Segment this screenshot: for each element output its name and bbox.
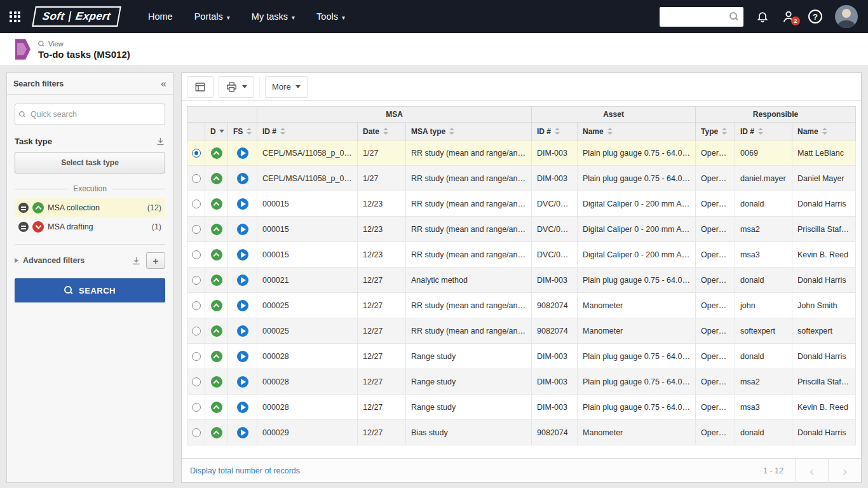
column-header-asset-name[interactable]: Name (578, 123, 696, 140)
select-task-type-button[interactable]: Select task type (15, 152, 165, 173)
execute-task-play-icon[interactable] (237, 402, 248, 413)
cell-msa-type: Range study (406, 395, 532, 420)
collapse-sidebar-button[interactable] (161, 79, 166, 89)
advanced-filters-toggle[interactable]: Advanced filters (15, 252, 165, 269)
view-records-button[interactable] (187, 76, 214, 98)
nav-portals[interactable]: Portals (184, 0, 241, 33)
column-header-fs[interactable]: FS (228, 123, 257, 140)
cell-asset-name: Plain plug gauge 0.75 - 64.0 mm (578, 395, 696, 420)
row-select-radio[interactable] (192, 200, 201, 208)
table-row[interactable]: 000028 12/27 Range study DIM-003 Plain p… (187, 369, 856, 395)
execute-task-play-icon[interactable] (237, 147, 248, 159)
table-row[interactable]: 000015 12/23 RR study (mean and range/an… (187, 217, 856, 242)
table-row[interactable]: 000021 12/27 Analytic method DIM-003 Pla… (187, 268, 856, 293)
cell-msa-type: RR study (mean and range/anova) (406, 166, 532, 191)
row-select-radio[interactable] (192, 352, 201, 361)
cell-date: 12/23 (358, 191, 406, 217)
add-filter-button[interactable] (146, 252, 165, 269)
cell-msa-id: 000015 (257, 217, 358, 242)
cell-msa-id: 000028 (257, 344, 358, 369)
column-header-resp-id[interactable]: ID # (735, 123, 792, 140)
pin-icon (132, 256, 141, 266)
row-select-radio[interactable] (192, 428, 201, 437)
cell-resp-name: Kevin B. Reed (792, 395, 856, 420)
softexpert-logo[interactable]: Soft Expert (32, 6, 121, 27)
row-select-radio[interactable] (192, 301, 201, 310)
table-row[interactable]: 000028 12/27 Range study DIM-003 Plain p… (187, 395, 856, 420)
column-header-resp-type[interactable]: Type (696, 123, 735, 140)
more-button[interactable]: More (265, 76, 308, 98)
previous-page-button[interactable] (795, 459, 828, 483)
cell-resp-id: donald (735, 191, 792, 217)
execution-status-icon (18, 222, 29, 232)
global-search-input[interactable] (665, 12, 729, 22)
execute-task-play-icon[interactable] (237, 274, 248, 286)
column-header-msa-id[interactable]: ID # (257, 123, 358, 140)
column-header-d[interactable]: D (205, 123, 228, 140)
apps-grid-button[interactable] (0, 0, 30, 33)
row-select-radio[interactable] (192, 403, 201, 412)
execute-task-play-icon[interactable] (237, 300, 248, 311)
execute-task-play-icon[interactable] (237, 376, 248, 388)
execute-task-play-icon[interactable] (237, 351, 248, 362)
table-row[interactable]: 000029 12/27 Bias study 9082074 Manomete… (187, 420, 856, 445)
row-select-radio[interactable] (192, 327, 201, 336)
execute-task-play-icon[interactable] (237, 224, 248, 235)
notifications-button[interactable] (756, 10, 769, 23)
quick-search-input[interactable] (31, 110, 161, 119)
cell-asset-name: Plain plug gauge 0.75 - 64.0 mm (578, 344, 696, 369)
row-select-radio[interactable] (192, 174, 201, 183)
filter-msa-drafting[interactable]: MSA drafting (1) (15, 217, 165, 236)
row-select-radio[interactable] (192, 250, 201, 259)
execute-task-play-icon[interactable] (237, 198, 248, 210)
execute-task-play-icon[interactable] (237, 173, 248, 184)
sort-icon (280, 128, 285, 135)
cell-msa-type: RR study (mean and range/anova) (406, 217, 532, 242)
user-avatar[interactable] (835, 5, 858, 28)
table-row[interactable]: CEPL/MSA/11058_p_02_2 1/27 RR study (mea… (187, 140, 856, 166)
nav-home[interactable]: Home (137, 0, 184, 33)
cell-asset-id: 9082074 (532, 293, 578, 318)
column-header-msa-type[interactable]: MSA type (406, 123, 532, 140)
execute-task-play-icon[interactable] (237, 325, 248, 337)
column-header-date[interactable]: Date (358, 123, 406, 140)
column-header-resp-name[interactable]: Name (792, 123, 856, 140)
filter-msa-collection[interactable]: MSA collection (12) (15, 198, 165, 217)
next-page-button[interactable] (828, 459, 861, 483)
execute-task-play-icon[interactable] (237, 249, 248, 261)
nav-tools[interactable]: Tools (306, 0, 356, 33)
execution-status-icon (18, 203, 29, 213)
deadline-up-icon (211, 376, 222, 388)
help-button[interactable] (808, 10, 822, 24)
filter-label: MSA drafting (48, 222, 93, 231)
search-button[interactable]: SEARCH (15, 278, 165, 302)
cell-asset-name: Digital Caliper 0 - 200 mm A0853 (578, 217, 696, 242)
table-row[interactable]: 000025 12/27 RR study (mean and range/an… (187, 318, 856, 344)
table-row[interactable]: 000028 12/27 Range study DIM-003 Plain p… (187, 344, 856, 369)
display-total-records-link[interactable]: Display total number of records (182, 466, 300, 475)
row-select-radio[interactable] (192, 377, 201, 386)
row-select-radio[interactable] (192, 276, 201, 285)
row-select-radio[interactable] (192, 149, 201, 158)
pin-advanced-button[interactable] (132, 256, 141, 266)
cell-resp-name: Donald Harris (792, 344, 856, 369)
table-row[interactable]: 000015 12/23 RR study (mean and range/an… (187, 242, 856, 268)
cell-asset-id: DVC/0853 (532, 217, 578, 242)
advanced-filters-label: Advanced filters (23, 256, 85, 265)
execution-divider: Execution (15, 184, 165, 193)
cell-asset-name: Manometer (578, 293, 696, 318)
pin-filter-button[interactable] (156, 137, 165, 146)
cell-date: 12/27 (358, 318, 406, 344)
page-header: View To-do tasks (MS012) (0, 33, 868, 66)
nav-my-tasks[interactable]: My tasks (241, 0, 306, 33)
pending-tasks-button[interactable]: 2 (782, 10, 796, 24)
table-row[interactable]: 000015 12/23 RR study (mean and range/an… (187, 191, 856, 217)
execute-task-play-icon[interactable] (237, 427, 248, 438)
cell-resp-type: Operator (696, 344, 735, 369)
table-row[interactable]: CEPL/MSA/11058_p_02_2 1/27 RR study (mea… (187, 166, 856, 191)
column-header-asset-id[interactable]: ID # (532, 123, 578, 140)
row-select-radio[interactable] (192, 225, 201, 234)
table-row[interactable]: 000025 12/27 RR study (mean and range/an… (187, 293, 856, 318)
cell-msa-type: RR study (mean and range/anova) (406, 293, 532, 318)
print-button[interactable] (219, 76, 254, 98)
